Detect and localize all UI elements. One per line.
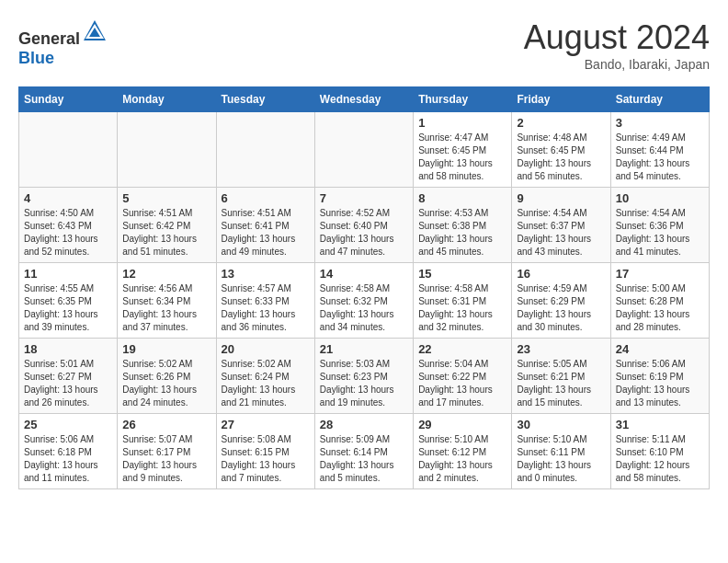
calendar-cell: 17Sunrise: 5:00 AM Sunset: 6:28 PM Dayli… — [610, 263, 709, 339]
day-detail: Sunrise: 4:58 AM Sunset: 6:31 PM Dayligh… — [418, 282, 506, 334]
logo-general: General — [18, 29, 80, 48]
day-detail: Sunrise: 4:51 AM Sunset: 6:41 PM Dayligh… — [222, 207, 310, 259]
weekday-header: Sunday — [19, 87, 118, 112]
weekday-header: Tuesday — [216, 87, 314, 112]
logo-blue: Blue — [18, 49, 54, 67]
calendar-week-row: 25Sunrise: 5:06 AM Sunset: 6:18 PM Dayli… — [19, 414, 710, 489]
day-detail: Sunrise: 4:57 AM Sunset: 6:33 PM Dayligh… — [222, 282, 310, 334]
day-detail: Sunrise: 4:50 AM Sunset: 6:43 PM Dayligh… — [24, 207, 112, 259]
calendar-cell: 24Sunrise: 5:06 AM Sunset: 6:19 PM Dayli… — [610, 339, 709, 414]
weekday-header: Thursday — [414, 87, 512, 112]
calendar-cell: 20Sunrise: 5:02 AM Sunset: 6:24 PM Dayli… — [216, 339, 314, 414]
day-detail: Sunrise: 4:55 AM Sunset: 6:35 PM Dayligh… — [24, 282, 112, 334]
day-number: 18 — [24, 342, 112, 356]
title-block: August 2024 Bando, Ibaraki, Japan — [524, 18, 710, 72]
weekday-header: Monday — [118, 87, 216, 112]
day-number: 8 — [418, 191, 506, 205]
day-number: 29 — [418, 418, 506, 431]
day-detail: Sunrise: 5:08 AM Sunset: 6:15 PM Dayligh… — [222, 433, 310, 485]
day-detail: Sunrise: 4:59 AM Sunset: 6:29 PM Dayligh… — [517, 282, 605, 334]
calendar-cell: 28Sunrise: 5:09 AM Sunset: 6:14 PM Dayli… — [314, 414, 413, 489]
day-detail: Sunrise: 5:09 AM Sunset: 6:14 PM Dayligh… — [320, 433, 408, 485]
location: Bando, Ibaraki, Japan — [524, 57, 710, 72]
weekday-header: Wednesday — [314, 87, 413, 112]
weekday-header-row: SundayMondayTuesdayWednesdayThursdayFrid… — [19, 87, 710, 112]
day-detail: Sunrise: 5:10 AM Sunset: 6:11 PM Dayligh… — [517, 433, 605, 485]
calendar-week-row: 1Sunrise: 4:47 AM Sunset: 6:45 PM Daylig… — [19, 112, 710, 188]
calendar-cell — [19, 112, 118, 188]
calendar-cell: 10Sunrise: 4:54 AM Sunset: 6:36 PM Dayli… — [610, 188, 709, 263]
calendar-cell: 1Sunrise: 4:47 AM Sunset: 6:45 PM Daylig… — [414, 112, 512, 188]
calendar-cell: 30Sunrise: 5:10 AM Sunset: 6:11 PM Dayli… — [512, 414, 610, 489]
day-detail: Sunrise: 4:49 AM Sunset: 6:44 PM Dayligh… — [616, 132, 704, 183]
day-detail: Sunrise: 5:04 AM Sunset: 6:22 PM Dayligh… — [418, 358, 506, 409]
calendar-cell: 4Sunrise: 4:50 AM Sunset: 6:43 PM Daylig… — [19, 188, 118, 263]
calendar-cell: 6Sunrise: 4:51 AM Sunset: 6:41 PM Daylig… — [216, 188, 314, 263]
day-number: 26 — [122, 418, 210, 431]
day-detail: Sunrise: 5:00 AM Sunset: 6:28 PM Dayligh… — [616, 282, 704, 334]
day-number: 19 — [122, 342, 210, 356]
day-detail: Sunrise: 4:52 AM Sunset: 6:40 PM Dayligh… — [320, 207, 408, 259]
day-number: 20 — [222, 342, 310, 356]
logo-text: General Blue — [18, 18, 108, 68]
calendar-week-row: 11Sunrise: 4:55 AM Sunset: 6:35 PM Dayli… — [19, 263, 710, 339]
calendar-table: SundayMondayTuesdayWednesdayThursdayFrid… — [18, 86, 710, 489]
calendar-cell — [216, 112, 314, 188]
calendar-cell: 12Sunrise: 4:56 AM Sunset: 6:34 PM Dayli… — [118, 263, 216, 339]
day-number: 2 — [517, 116, 605, 130]
calendar-cell: 9Sunrise: 4:54 AM Sunset: 6:37 PM Daylig… — [512, 188, 610, 263]
day-detail: Sunrise: 4:51 AM Sunset: 6:42 PM Dayligh… — [122, 207, 210, 259]
calendar-cell: 13Sunrise: 4:57 AM Sunset: 6:33 PM Dayli… — [216, 263, 314, 339]
day-number: 3 — [616, 116, 704, 130]
calendar-cell: 7Sunrise: 4:52 AM Sunset: 6:40 PM Daylig… — [314, 188, 413, 263]
calendar-cell: 14Sunrise: 4:58 AM Sunset: 6:32 PM Dayli… — [314, 263, 413, 339]
calendar-cell: 27Sunrise: 5:08 AM Sunset: 6:15 PM Dayli… — [216, 414, 314, 489]
day-number: 10 — [616, 191, 704, 205]
day-detail: Sunrise: 5:01 AM Sunset: 6:27 PM Dayligh… — [24, 358, 112, 409]
day-detail: Sunrise: 5:05 AM Sunset: 6:21 PM Dayligh… — [517, 358, 605, 409]
day-number: 5 — [122, 191, 210, 205]
calendar-cell: 31Sunrise: 5:11 AM Sunset: 6:10 PM Dayli… — [610, 414, 709, 489]
weekday-header: Saturday — [610, 87, 709, 112]
day-detail: Sunrise: 5:03 AM Sunset: 6:23 PM Dayligh… — [320, 358, 408, 409]
day-detail: Sunrise: 4:47 AM Sunset: 6:45 PM Dayligh… — [418, 132, 506, 183]
calendar-cell: 26Sunrise: 5:07 AM Sunset: 6:17 PM Dayli… — [118, 414, 216, 489]
day-detail: Sunrise: 4:48 AM Sunset: 6:45 PM Dayligh… — [517, 132, 605, 183]
day-number: 11 — [24, 267, 112, 281]
month-year: August 2024 — [524, 18, 710, 57]
calendar-cell: 29Sunrise: 5:10 AM Sunset: 6:12 PM Dayli… — [414, 414, 512, 489]
day-number: 14 — [320, 267, 408, 281]
calendar-cell — [118, 112, 216, 188]
calendar-cell: 21Sunrise: 5:03 AM Sunset: 6:23 PM Dayli… — [314, 339, 413, 414]
day-number: 17 — [616, 267, 704, 281]
day-detail: Sunrise: 4:56 AM Sunset: 6:34 PM Dayligh… — [122, 282, 210, 334]
calendar-cell: 16Sunrise: 4:59 AM Sunset: 6:29 PM Dayli… — [512, 263, 610, 339]
calendar-cell: 22Sunrise: 5:04 AM Sunset: 6:22 PM Dayli… — [414, 339, 512, 414]
day-detail: Sunrise: 4:58 AM Sunset: 6:32 PM Dayligh… — [320, 282, 408, 334]
day-detail: Sunrise: 5:02 AM Sunset: 6:24 PM Dayligh… — [222, 358, 310, 409]
calendar-cell: 2Sunrise: 4:48 AM Sunset: 6:45 PM Daylig… — [512, 112, 610, 188]
day-number: 30 — [517, 418, 605, 431]
calendar-cell: 11Sunrise: 4:55 AM Sunset: 6:35 PM Dayli… — [19, 263, 118, 339]
day-number: 15 — [418, 267, 506, 281]
day-detail: Sunrise: 5:06 AM Sunset: 6:19 PM Dayligh… — [616, 358, 704, 409]
weekday-header: Friday — [512, 87, 610, 112]
day-detail: Sunrise: 4:54 AM Sunset: 6:37 PM Dayligh… — [517, 207, 605, 259]
calendar-cell — [314, 112, 413, 188]
day-detail: Sunrise: 4:54 AM Sunset: 6:36 PM Dayligh… — [616, 207, 704, 259]
day-number: 28 — [320, 418, 408, 431]
day-number: 23 — [517, 342, 605, 356]
calendar-week-row: 4Sunrise: 4:50 AM Sunset: 6:43 PM Daylig… — [19, 188, 710, 263]
day-number: 24 — [616, 342, 704, 356]
day-number: 22 — [418, 342, 506, 356]
day-detail: Sunrise: 4:53 AM Sunset: 6:38 PM Dayligh… — [418, 207, 506, 259]
day-detail: Sunrise: 5:10 AM Sunset: 6:12 PM Dayligh… — [418, 433, 506, 485]
day-number: 21 — [320, 342, 408, 356]
calendar-cell: 5Sunrise: 4:51 AM Sunset: 6:42 PM Daylig… — [118, 188, 216, 263]
calendar-cell: 23Sunrise: 5:05 AM Sunset: 6:21 PM Dayli… — [512, 339, 610, 414]
calendar-cell: 18Sunrise: 5:01 AM Sunset: 6:27 PM Dayli… — [19, 339, 118, 414]
day-number: 27 — [222, 418, 310, 431]
day-detail: Sunrise: 5:02 AM Sunset: 6:26 PM Dayligh… — [122, 358, 210, 409]
calendar-cell: 19Sunrise: 5:02 AM Sunset: 6:26 PM Dayli… — [118, 339, 216, 414]
calendar-week-row: 18Sunrise: 5:01 AM Sunset: 6:27 PM Dayli… — [19, 339, 710, 414]
